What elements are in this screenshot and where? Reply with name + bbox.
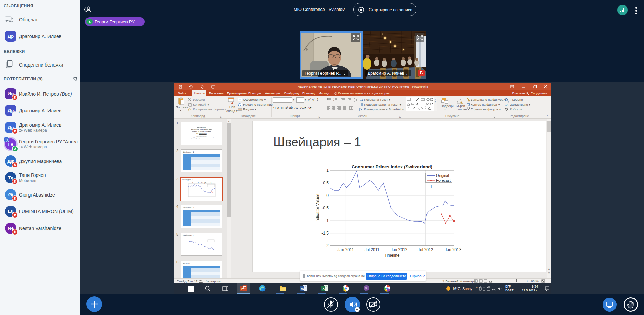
- svg-text:Consumer Prices Index (Switzer: Consumer Prices Index (Switzerland): [352, 164, 432, 169]
- svg-text:Indicator Values: Indicator Values: [315, 193, 320, 222]
- svg-text:1: 1: [326, 168, 329, 173]
- svg-text:-2: -2: [325, 243, 329, 248]
- svg-text:Timeline: Timeline: [385, 253, 400, 258]
- svg-text:Jul 2012: Jul 2012: [418, 247, 433, 252]
- svg-text:Consumer Prices Index (Switzer: Consumer Prices Index (Switzerland): [192, 182, 211, 184]
- svg-text:Jan 2011: Jan 2011: [337, 247, 354, 252]
- svg-text:ab: ab: [505, 104, 508, 107]
- svg-text:P: P: [241, 287, 243, 290]
- svg-text:X: X: [323, 286, 325, 290]
- svg-text:2: 2: [333, 99, 334, 101]
- svg-text:-1.5: -1.5: [321, 231, 329, 236]
- svg-text:Jan 2012: Jan 2012: [391, 247, 408, 252]
- svg-text:Jul 2011: Jul 2011: [365, 247, 380, 252]
- svg-text:Forecast: Forecast: [436, 178, 451, 182]
- svg-text:0.5: 0.5: [323, 181, 329, 185]
- svg-text:W: W: [301, 286, 304, 290]
- svg-text:0: 0: [326, 193, 329, 198]
- svg-text:Original: Original: [436, 173, 449, 178]
- svg-text:Jan 2013: Jan 2013: [445, 247, 461, 252]
- svg-text:I: I: [431, 184, 432, 189]
- svg-text:-0.5: -0.5: [321, 206, 329, 210]
- svg-text:-1: -1: [325, 218, 329, 223]
